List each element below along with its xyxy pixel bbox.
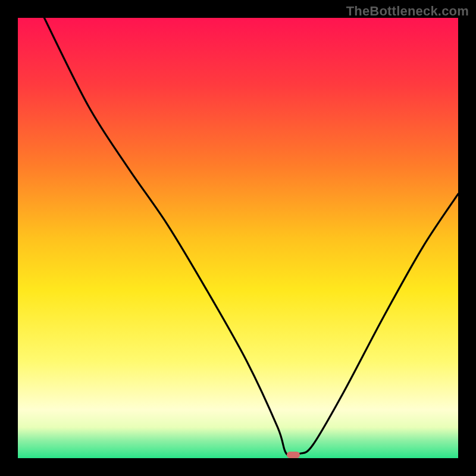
chart-frame: TheBottleneck.com — [0, 0, 476, 476]
watermark-text: TheBottleneck.com — [346, 4, 469, 19]
curve-path — [44, 18, 458, 456]
optimum-marker — [287, 452, 300, 458]
plot-area — [18, 18, 458, 458]
bottleneck-curve — [18, 18, 458, 458]
